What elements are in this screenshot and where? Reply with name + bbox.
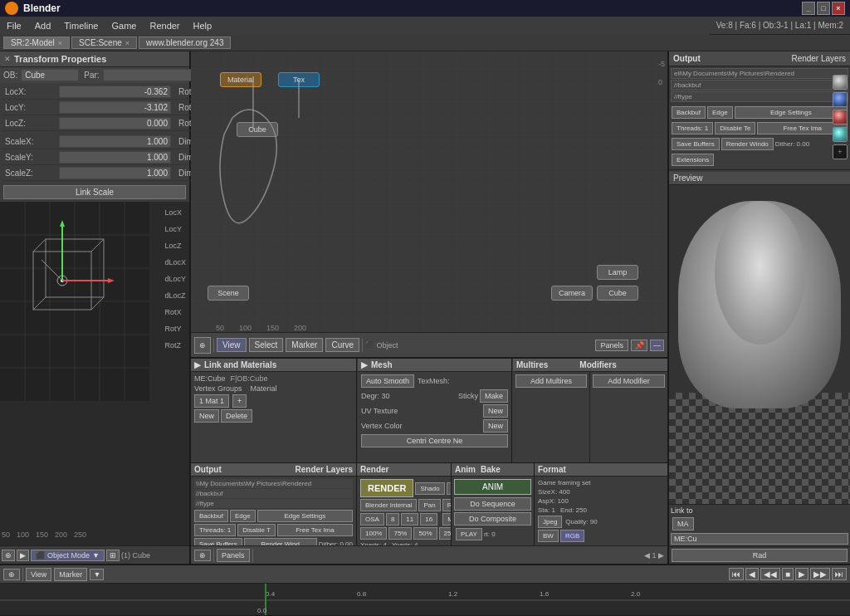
make-btn[interactable]: Make	[480, 389, 508, 403]
panels-btn[interactable]: Panels	[595, 340, 628, 351]
timeline-ruler[interactable]: 0.4 0.8 1.2 1.6 2.0 0.0	[0, 584, 850, 615]
tl-expand-btn[interactable]: ⊕	[3, 569, 20, 580]
backbuf-btn2[interactable]: Backbuf	[672, 106, 706, 119]
tab-blender-org[interactable]: www.blender.org 243	[139, 37, 231, 49]
shado-btn[interactable]: Shado	[415, 482, 444, 495]
slot-btn[interactable]: 1 Mat 1	[194, 394, 229, 408]
marker-menu[interactable]: Marker	[286, 338, 323, 352]
threads-btn3[interactable]: Threads: 1	[672, 122, 713, 134]
object-menu[interactable]: ⬛ Object	[365, 341, 398, 350]
node-camera[interactable]: Camera	[551, 286, 593, 301]
centri-btn[interactable]: Centri Centre Ne	[361, 434, 508, 447]
rgb-btn[interactable]: RGB	[560, 530, 584, 542]
tab-sce-scene[interactable]: SCE:Scene ×	[71, 37, 137, 49]
me-cu-field[interactable]: ME:Cu	[671, 533, 848, 545]
scalex-input[interactable]	[59, 135, 171, 148]
grid-btn[interactable]: ⊕	[194, 550, 211, 561]
link-scale-button[interactable]: Link Scale	[3, 185, 186, 199]
swatch-4[interactable]	[833, 127, 848, 142]
locz-input[interactable]	[59, 117, 171, 130]
pct100-btn[interactable]: 100%	[360, 527, 387, 540]
edge-settings-btn2[interactable]: Edge Settings	[257, 510, 353, 522]
play-btn2[interactable]: PLAY	[456, 528, 482, 540]
menu-file[interactable]: File	[0, 19, 28, 32]
stop-btn[interactable]: ■	[782, 568, 794, 580]
osa-5-btn[interactable]: 8	[386, 513, 399, 526]
bw-btn[interactable]: BW	[538, 530, 559, 542]
ob-input[interactable]	[21, 69, 79, 81]
do-sequence-btn[interactable]: Do Sequence	[454, 497, 531, 511]
vcol-new-btn[interactable]: New	[483, 419, 508, 433]
maximize-btn[interactable]: □	[817, 2, 830, 15]
view-menu[interactable]: View	[217, 338, 247, 352]
edge-btn2[interactable]: Edge	[230, 510, 256, 522]
mblu-btn[interactable]: MBLU	[442, 513, 452, 526]
link-ma-btn[interactable]: MA	[672, 517, 694, 530]
tab-sr2-model[interactable]: SR:2-Model ×	[3, 37, 70, 49]
disable-btn2[interactable]: Disable T	[237, 524, 276, 536]
blender-internal-btn[interactable]: Blender Internal	[360, 499, 417, 511]
pct75-btn[interactable]: 75%	[388, 527, 412, 540]
scalez-input[interactable]	[59, 167, 171, 179]
play-rev-btn[interactable]: ◀◀	[760, 568, 780, 580]
save-buffers-btn3[interactable]: Save Buffers	[672, 138, 720, 150]
free-tex-btn2[interactable]: Free Tex Ima	[277, 524, 353, 536]
delete-btn[interactable]: Delete	[221, 409, 252, 423]
swatch-add[interactable]: +	[833, 144, 848, 159]
ray-btn[interactable]: Radi	[442, 499, 452, 511]
render-wind-btn2[interactable]: Render Wind	[244, 538, 317, 545]
node-lamp[interactable]: Lamp	[597, 265, 638, 280]
menu-game[interactable]: Game	[105, 19, 143, 32]
render-windo-btn[interactable]: Render Windo	[721, 138, 774, 150]
node-cube-bottom[interactable]: Cube	[597, 286, 638, 301]
edge-btn3[interactable]: Edge	[707, 106, 733, 119]
pct25-btn[interactable]: 25%	[439, 527, 452, 540]
skip-start-btn[interactable]: ⏮	[729, 568, 744, 580]
select-menu[interactable]: Select	[249, 338, 284, 352]
path-field-2[interactable]: //backbuf	[671, 80, 848, 90]
play-fwd-btn[interactable]: ▶	[795, 568, 808, 580]
play-btn[interactable]: ▶	[17, 550, 29, 561]
swatch-1[interactable]	[833, 75, 848, 90]
osa-11-btn[interactable]: 16	[420, 513, 437, 526]
jpeg-btn[interactable]: Jpeg	[538, 516, 562, 528]
render-btn[interactable]: RENDER	[360, 479, 413, 497]
menu-render[interactable]: Render	[143, 19, 186, 32]
close-btn[interactable]: ×	[832, 2, 845, 15]
auto-smooth-btn[interactable]: Auto Smooth	[361, 374, 414, 388]
add-multires-btn[interactable]: Add Multires	[515, 374, 587, 388]
anim-btn[interactable]: ANIM	[454, 479, 531, 495]
osa-btn[interactable]: OSA	[360, 513, 384, 526]
edge-settings-btn3[interactable]: Edge Settings	[735, 106, 848, 119]
menu-timeline[interactable]: Timeline	[57, 19, 105, 32]
osa-8-btn[interactable]: 11	[401, 513, 418, 526]
new-btn[interactable]: New	[194, 409, 219, 423]
expand-btn[interactable]: ⊕	[2, 550, 15, 561]
curve-menu[interactable]: Curve	[325, 338, 359, 352]
locx-input[interactable]	[59, 86, 171, 98]
object-mode-selector[interactable]: ⬛ Object Mode ▼	[31, 550, 105, 561]
rad-btn[interactable]: Rad	[672, 549, 848, 562]
tl-view-btn[interactable]: View	[26, 568, 51, 581]
pin-btn[interactable]: 📌	[631, 340, 647, 351]
menu-help[interactable]: Help	[187, 19, 219, 32]
tab-close-sce[interactable]: ×	[125, 39, 129, 47]
path-field-3[interactable]: //ftype	[671, 91, 848, 102]
menu-add[interactable]: Add	[28, 19, 58, 32]
next-frame-btn[interactable]: ▶▶	[810, 568, 830, 580]
disable-te-btn[interactable]: Disable Te	[715, 122, 755, 134]
extensions-btn3[interactable]: Extensions	[672, 154, 714, 166]
node-tex[interactable]: Tex	[278, 72, 320, 87]
swatch-2[interactable]	[833, 92, 848, 107]
layer-btn[interactable]: ⊞	[106, 550, 120, 561]
backbuf-btn[interactable]: Backbuf	[194, 510, 228, 522]
save-buffers-btn2[interactable]: Save Buffers	[194, 538, 242, 545]
prev-frame-btn[interactable]: ◀	[745, 568, 759, 580]
tl-more-btn[interactable]: ▼	[90, 569, 104, 580]
path-field-1[interactable]: ell\My Documents\My Pictures\Rendered	[671, 68, 848, 79]
locy-input[interactable]	[59, 101, 171, 114]
tl-marker-btn[interactable]: Marker	[54, 568, 87, 581]
minimize-btn[interactable]: _	[802, 2, 815, 15]
uv-new-btn[interactable]: New	[483, 404, 508, 418]
node-material[interactable]: Material	[220, 72, 261, 87]
